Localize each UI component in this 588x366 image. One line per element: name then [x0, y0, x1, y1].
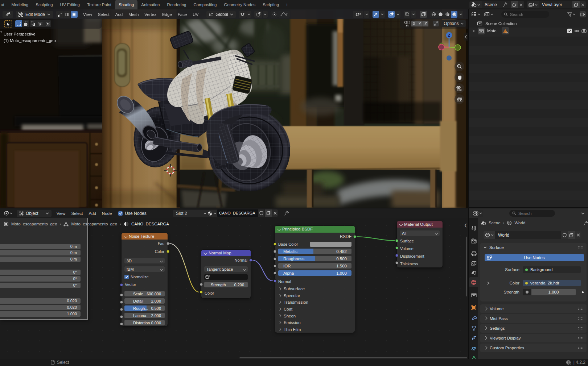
- svg-text:Z: Z: [448, 33, 450, 37]
